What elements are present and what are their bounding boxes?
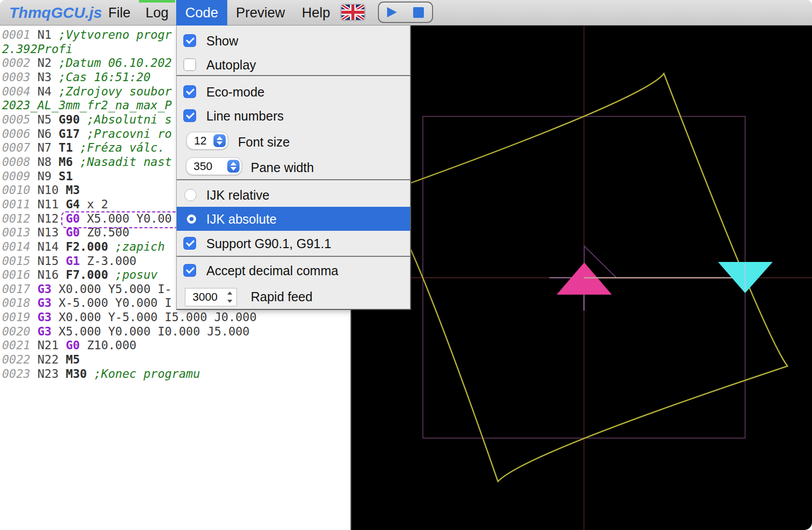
menu-separator [177,256,410,257]
rapid-feed-input[interactable]: 3000 [185,288,237,306]
eco-mode-checkbox-checked[interactable] [183,85,196,98]
code-dropdown-menu: Show Autoplay Eco-mode Line numbers 12 F… [176,26,411,310]
line-numbers-checkbox-checked[interactable] [183,109,196,122]
code-line: 0020 G3 X5.000 Y0.000 I0.000 J5.000 [2,325,257,339]
uk-flag-icon[interactable] [341,5,365,20]
show-checkbox-checked[interactable] [183,34,196,47]
toolpath-plot [351,26,812,530]
font-size-value: 12 [194,132,206,149]
menu-item-decimal-comma[interactable]: Accept decimal comma [177,258,410,283]
menu-item-ijk-absolute[interactable]: IJK absolute [177,207,410,231]
menu-separator [177,75,410,76]
autoplay-label: Autoplay [206,53,256,77]
rapid-feed-label: Rapid feed [251,284,313,309]
code-line: 0022 N22 M5 [2,353,257,367]
ijk-absolute-radio-selected[interactable] [187,214,196,224]
menu-item-pane-width: 350 Pane width [177,155,410,180]
menu-item-show[interactable]: Show [177,29,410,53]
show-label: Show [206,29,238,53]
support-g90-checkbox-checked[interactable] [183,237,196,250]
menu-item-font-size: 12 Font size [177,130,410,154]
menu-item-line-numbers[interactable]: Line numbers [177,104,410,128]
code-line: 0023 N23 M30 ;Konec programu [2,367,257,381]
stop-icon[interactable] [413,7,424,18]
toolpath-canvas[interactable] [351,26,812,530]
decimal-comma-checkbox-checked[interactable] [183,264,196,277]
menu-item-autoplay[interactable]: Autoplay [177,53,410,77]
start-marker-triangle [557,262,612,295]
app-window: 0001 N1 ;Vytvoreno progr2.392Profi0002 N… [0,0,812,530]
ijk-relative-radio-unselected[interactable] [184,189,197,201]
stepper-icon[interactable] [227,160,240,173]
pane-width-select[interactable]: 350 [186,157,242,175]
transport-controls [378,2,433,23]
menu-code[interactable]: Code [176,0,227,26]
ijk-relative-label: IJK relative [206,183,270,207]
menu-item-eco-mode[interactable]: Eco-mode [177,80,410,104]
pane-width-value: 350 [194,158,212,175]
number-stepper-icon[interactable] [225,291,234,304]
line-numbers-label: Line numbers [206,104,283,128]
menu-item-rapid-feed: 3000 Rapid feed [177,284,410,309]
support-g90-label: Support G90.1, G91.1 [206,231,331,256]
play-icon[interactable] [387,7,397,17]
menu-item-ijk-relative[interactable]: IJK relative [177,183,410,207]
menu-help[interactable]: Help [302,0,330,26]
menu-file[interactable]: File [108,0,131,26]
menu-item-support-g90[interactable]: Support G90.1, G91.1 [177,231,410,256]
menu-separator [177,179,410,180]
font-size-label: Font size [238,130,290,154]
autoplay-checkbox-unchecked[interactable] [183,58,196,71]
code-line: 0021 N21 G0 Z10.000 [2,339,257,353]
font-size-select[interactable]: 12 [186,132,228,150]
menu-preview[interactable]: Preview [236,0,285,26]
app-title: ThmqGCU.js [9,0,102,26]
current-line-highlight [61,211,180,228]
eco-mode-label: Eco-mode [206,80,265,104]
stepper-icon[interactable] [213,134,226,147]
menu-bar: ThmqGCU.js File Log Code Preview Help [0,0,812,26]
pane-width-label: Pane width [251,155,314,180]
menu-log[interactable]: Log [146,0,169,26]
decimal-comma-label: Accept decimal comma [206,258,338,283]
rapid-feed-value: 3000 [193,288,218,306]
code-line: 0019 G3 X0.000 Y-5.000 I5.000 J0.000 [2,310,257,325]
ijk-absolute-label: IJK absolute [206,207,277,231]
